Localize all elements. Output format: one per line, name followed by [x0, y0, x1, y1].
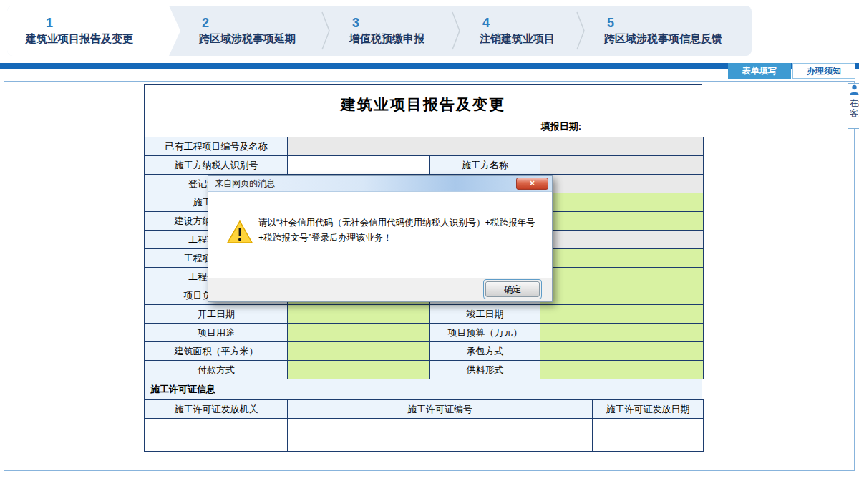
field-input-green[interactable]: [540, 249, 704, 268]
license-empty-cell[interactable]: [288, 437, 593, 452]
field-label: 施工方名称: [430, 156, 540, 175]
license-empty-row: [145, 437, 704, 452]
license-header-cell: 施工许可证发放日期: [593, 400, 704, 419]
step-label: 注销建筑业项目: [480, 32, 576, 46]
field-input-green[interactable]: [540, 193, 704, 212]
license-empty-cell[interactable]: [593, 419, 704, 437]
tab-notice[interactable]: 办理须知: [792, 63, 855, 79]
field-input-green[interactable]: [288, 361, 430, 379]
dialog-title: 来自网页的消息: [215, 178, 516, 190]
close-icon[interactable]: ×: [516, 178, 548, 190]
license-empty-cell[interactable]: [145, 437, 288, 452]
ok-button-focus-ring: 确定: [483, 279, 542, 299]
field-input-green[interactable]: [540, 342, 704, 361]
step-3[interactable]: 3增值税预缴申报: [331, 6, 451, 56]
step-4[interactable]: 4注销建筑业项目: [461, 6, 576, 56]
step-label: 增值税预缴申报: [349, 32, 451, 46]
step-number: 2: [202, 16, 321, 30]
view-tabs: 表单填写 办理须知: [728, 63, 855, 79]
field-input-gray: [288, 137, 704, 156]
table-row: 项目用途项目预算（万元）: [145, 324, 704, 342]
dialog-footer: 确定: [208, 278, 552, 301]
table-row: 建筑面积（平方米）承包方式: [145, 342, 704, 361]
field-input-green[interactable]: [540, 212, 704, 231]
step-number: 5: [607, 16, 752, 30]
table-row: 施工方纳税人识别号施工方名称: [145, 156, 704, 175]
form-header: 建筑业项目报告及变更 填报日期:: [145, 85, 702, 137]
license-empty-row: [145, 419, 704, 437]
license-header-cell: 施工许可证发放机关: [145, 400, 288, 419]
license-empty-cell[interactable]: [145, 419, 288, 437]
step-number: 4: [482, 16, 576, 30]
field-label: 付款方式: [145, 361, 288, 379]
field-input-gray: [540, 175, 704, 193]
field-label: 建筑面积（平方米）: [145, 342, 288, 361]
dialog-title-bar[interactable]: 来自网页的消息 ×: [208, 176, 552, 192]
field-label: 施工方纳税人识别号: [145, 156, 288, 175]
field-label: 开工日期: [145, 305, 288, 324]
step-label: 跨区域涉税事项信息反馈: [604, 32, 752, 46]
chevron-separator-icon: [321, 9, 331, 52]
field-label: 供料形式: [430, 361, 540, 379]
step-label: 建筑业项目报告及变更: [26, 32, 180, 46]
field-input-green[interactable]: [540, 305, 704, 324]
field-input-green[interactable]: [540, 286, 704, 305]
field-input-green[interactable]: [540, 361, 704, 379]
field-label: 已有工程项目编号及名称: [145, 137, 288, 156]
step-number: 1: [46, 16, 180, 30]
step-1[interactable]: 1建筑业项目报告及变更: [7, 6, 180, 56]
warning-icon: [227, 220, 253, 246]
report-date-label: 填报日期:: [541, 120, 581, 133]
field-input-green[interactable]: [288, 324, 430, 342]
step-5[interactable]: 5跨区域涉税事项信息反馈: [586, 6, 752, 56]
field-input-green[interactable]: [540, 324, 704, 342]
field-label: 承包方式: [430, 342, 540, 361]
table-row: 付款方式供料形式: [145, 361, 704, 379]
field-input-gray: [540, 156, 704, 175]
page-title: 建筑业项目报告及变更: [145, 85, 702, 115]
license-empty-cell[interactable]: [593, 437, 704, 452]
license-section-title: 施工许可证信息: [145, 379, 702, 399]
field-label: 项目用途: [145, 324, 288, 342]
online-service-label: 在线客服: [850, 98, 859, 118]
field-label: 竣工日期: [430, 305, 540, 324]
field-input-green[interactable]: [288, 342, 430, 361]
table-row: 开工日期竣工日期: [145, 305, 704, 324]
ok-button[interactable]: 确定: [485, 281, 540, 297]
tab-form-fill[interactable]: 表单填写: [728, 63, 791, 79]
field-label: 项目预算（万元）: [430, 324, 540, 342]
field-input-green[interactable]: [288, 305, 430, 324]
step-number: 3: [352, 16, 451, 30]
dialog-body: 请以“社会信用代码（无社会信用代码使用纳税人识别号）+税跨报年号+税跨报文号”登…: [208, 192, 552, 278]
license-empty-cell[interactable]: [288, 419, 593, 437]
bottom-divider: [0, 493, 859, 493]
table-row: 已有工程项目编号及名称: [145, 137, 704, 156]
field-input-white[interactable]: [288, 156, 430, 175]
license-table: 施工许可证发放机关施工许可证编号施工许可证发放日期: [145, 399, 704, 452]
field-input-gray: [540, 231, 704, 249]
step-label: 跨区域涉税事项延期: [199, 32, 321, 46]
webpage-message-dialog: 来自网页的消息 × 请以“社会信用代码（无社会信用代码使用纳税人识别号）+税跨报…: [208, 175, 553, 302]
chevron-separator-icon: [576, 9, 586, 52]
step-2[interactable]: 2跨区域涉税事项延期: [180, 6, 321, 56]
license-header-row: 施工许可证发放机关施工许可证编号施工许可证发放日期: [145, 400, 704, 419]
steps-bar: 1建筑业项目报告及变更2跨区域涉税事项延期3增值税预缴申报4注销建筑业项目5跨区…: [7, 6, 752, 56]
license-header-cell: 施工许可证编号: [288, 400, 593, 419]
online-service-widget[interactable]: 在线客服: [848, 83, 859, 129]
person-icon: [850, 84, 859, 95]
dialog-message: 请以“社会信用代码（无社会信用代码使用纳税人识别号）+税跨报年号+税跨报文号”登…: [258, 215, 539, 246]
chevron-separator-icon: [451, 9, 461, 52]
field-input-green[interactable]: [540, 268, 704, 286]
